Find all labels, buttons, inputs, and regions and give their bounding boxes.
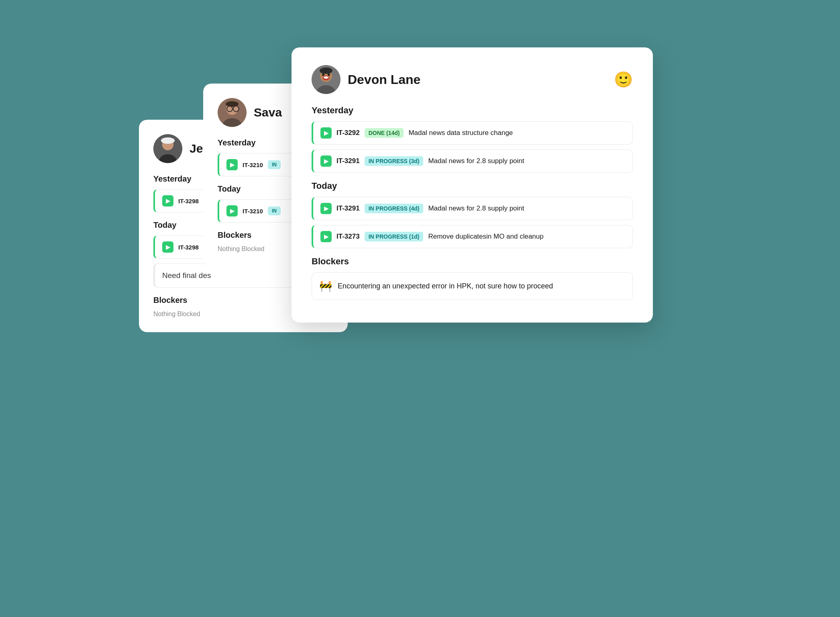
blockers-heading-devon: Blockers: [312, 256, 633, 267]
task-icon: ▶: [320, 231, 332, 242]
emoji-status-devon: 🙂: [614, 71, 633, 88]
task-id: IT-3298: [178, 244, 199, 251]
task-id: IT-3298: [178, 198, 199, 204]
avatar-jerome: [153, 134, 182, 163]
person-name-devon: Devon Lane: [348, 72, 420, 87]
svg-rect-5: [161, 139, 174, 142]
blocker-text-devon: Encountering an unexpected error in HPK,…: [338, 282, 553, 290]
task-icon: ▶: [226, 159, 238, 170]
svg-point-18: [322, 74, 324, 76]
svg-point-20: [320, 67, 332, 74]
svg-point-17: [324, 76, 328, 79]
svg-point-19: [328, 74, 330, 76]
task-icon: ▶: [162, 195, 173, 206]
card-devon: Devon Lane 🙂 Yesterday ▶ IT-3292 DONE (1…: [292, 47, 653, 323]
task-id: IT-3210: [243, 161, 263, 168]
task-title: Madal news for 2.8 supply point: [428, 204, 524, 212]
task-title: Madal news data structure change: [408, 129, 513, 137]
task-title: Madal news for 2.8 supply point: [428, 157, 524, 165]
task-title: Remove duplicatesin MO and cleanup: [428, 233, 543, 241]
task-badge: IN: [268, 206, 281, 215]
task-icon: ▶: [320, 155, 332, 167]
task-id: IT-3292: [336, 129, 360, 137]
blocker-item-devon: 🚧 Encountering an unexpected error in HP…: [312, 272, 633, 300]
task-badge: IN PROGRESS (3d): [365, 156, 424, 166]
task-id: IT-3273: [336, 233, 360, 241]
avatar-devon: [312, 65, 340, 94]
yesterday-heading-devon: Yesterday: [312, 105, 633, 116]
task-icon: ▶: [162, 241, 173, 253]
blocker-icon: 🚧: [319, 280, 332, 292]
task-icon: ▶: [320, 127, 332, 139]
task-badge: IN PROGRESS (4d): [365, 204, 424, 213]
task-item-it3292: ▶ IT-3292 DONE (14d) Madal news data str…: [312, 121, 633, 145]
task-item-it3291-t: ▶ IT-3291 IN PROGRESS (4d) Madal news fo…: [312, 197, 633, 220]
task-badge: IN: [268, 160, 281, 169]
task-id: IT-3210: [243, 208, 263, 215]
task-id: IT-3291: [336, 157, 360, 165]
card-header-devon: Devon Lane 🙂: [312, 65, 633, 94]
svg-point-12: [226, 101, 239, 107]
task-icon: ▶: [226, 205, 238, 217]
task-badge: DONE (14d): [365, 128, 404, 138]
avatar-sava: [218, 98, 247, 127]
task-id: IT-3291: [336, 204, 360, 212]
today-heading-devon: Today: [312, 181, 633, 191]
person-name-sava: Sava: [254, 106, 282, 119]
task-item-it3291-y: ▶ IT-3291 IN PROGRESS (3d) Madal news fo…: [312, 149, 633, 173]
task-item-it3273: ▶ IT-3273 IN PROGRESS (1d) Remove duplic…: [312, 225, 633, 248]
task-badge: IN PROGRESS (1d): [365, 232, 424, 241]
task-icon: ▶: [320, 203, 332, 214]
